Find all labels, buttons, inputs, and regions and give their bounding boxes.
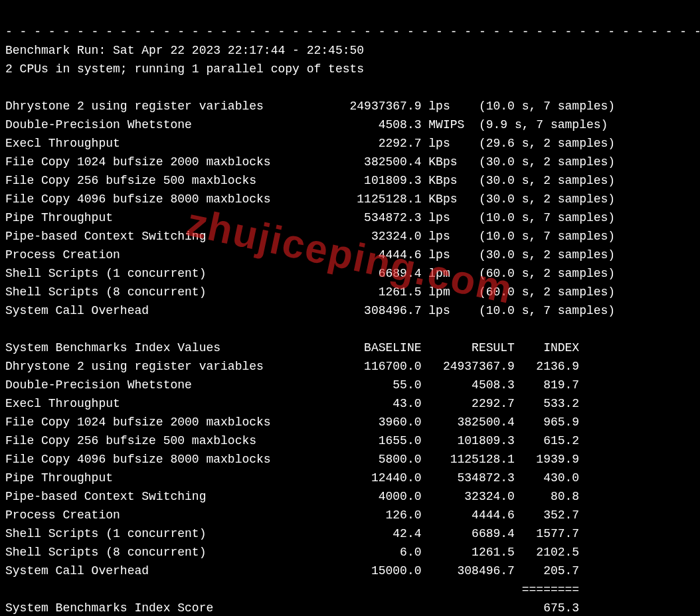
index-block: Dhrystone 2 using register variables 116… [5,360,579,578]
terminal-output: - - - - - - - - - - - - - - - - - - - - … [0,0,700,616]
index-header: System Benchmarks Index Values BASELINE … [5,341,579,354]
tests-block: Dhrystone 2 using register variables 249… [5,100,615,317]
benchmark-run-line: Benchmark Run: Sat Apr 22 2023 22:17:44 … [5,44,364,57]
index-separator: ======== [5,583,579,596]
index-score-line: System Benchmarks Index Score 675.3 [5,601,579,615]
cpu-info-line: 2 CPUs in system; running 1 parallel cop… [5,62,364,76]
dash-line: - - - - - - - - - - - - - - - - - - - - … [5,25,700,38]
